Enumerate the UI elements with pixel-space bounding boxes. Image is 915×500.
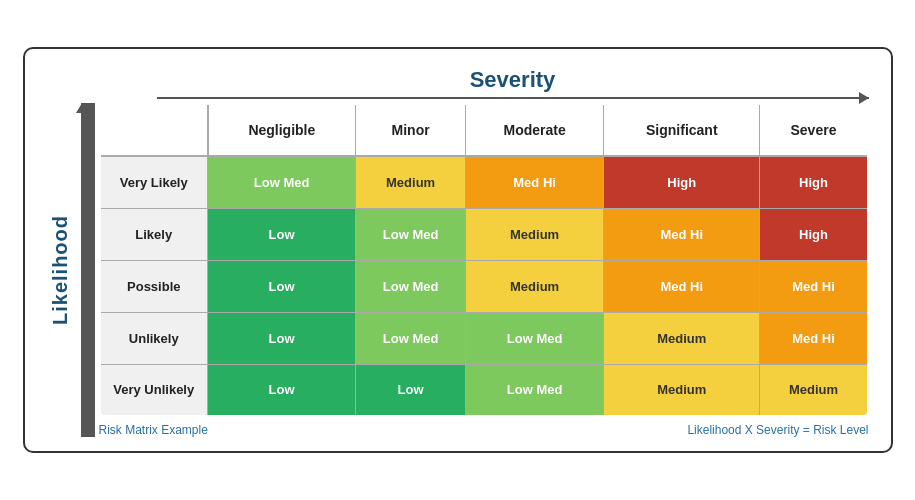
- corner-header: [100, 104, 208, 156]
- risk-cell-r0-c4: High: [760, 156, 868, 208]
- risk-cell-r4-c0: Low: [208, 364, 356, 416]
- risk-cell-r3-c2: Low Med: [466, 312, 604, 364]
- col-header-moderate: Moderate: [466, 104, 604, 156]
- table-header-row: Negligible Minor Moderate Significant Se…: [100, 104, 868, 156]
- risk-cell-r2-c0: Low: [208, 260, 356, 312]
- severity-arrow-row: [157, 97, 869, 99]
- likelihood-label-wrap: Likelihood: [47, 103, 75, 437]
- row-header-likely: Likely: [100, 208, 208, 260]
- table-row: UnlikelyLowLow MedLow MedMediumMed Hi: [100, 312, 868, 364]
- footer-left: Risk Matrix Example: [99, 423, 208, 437]
- table-row: Very UnlikelyLowLowLow MedMediumMedium: [100, 364, 868, 416]
- col-header-negligible: Negligible: [208, 104, 356, 156]
- col-header-minor: Minor: [356, 104, 466, 156]
- risk-cell-r0-c1: Medium: [356, 156, 466, 208]
- risk-cell-r2-c4: Med Hi: [760, 260, 868, 312]
- risk-cell-r3-c3: Medium: [604, 312, 760, 364]
- risk-cell-r4-c3: Medium: [604, 364, 760, 416]
- risk-cell-r1-c4: High: [760, 208, 868, 260]
- risk-cell-r3-c0: Low: [208, 312, 356, 364]
- risk-cell-r4-c2: Low Med: [466, 364, 604, 416]
- likelihood-arrow-icon: [81, 103, 95, 437]
- likelihood-title: Likelihood: [49, 215, 72, 325]
- risk-cell-r0-c0: Low Med: [208, 156, 356, 208]
- risk-cell-r1-c1: Low Med: [356, 208, 466, 260]
- risk-cell-r2-c1: Low Med: [356, 260, 466, 312]
- main-layout: Likelihood Negligible Minor Moderate Sig…: [47, 103, 869, 437]
- risk-cell-r3-c4: Med Hi: [760, 312, 868, 364]
- row-header-unlikely: Unlikely: [100, 312, 208, 364]
- risk-cell-r2-c2: Medium: [466, 260, 604, 312]
- table-row: LikelyLowLow MedMediumMed HiHigh: [100, 208, 868, 260]
- severity-title: Severity: [470, 67, 556, 92]
- footer-row: Risk Matrix Example Likelihood X Severit…: [99, 423, 869, 437]
- row-header-possible: Possible: [100, 260, 208, 312]
- table-row: PossibleLowLow MedMediumMed HiMed Hi: [100, 260, 868, 312]
- risk-cell-r4-c1: Low: [356, 364, 466, 416]
- severity-arrow-icon: [157, 97, 869, 99]
- risk-cell-r4-c4: Medium: [760, 364, 868, 416]
- table-row: Very LikelyLow MedMediumMed HiHighHigh: [100, 156, 868, 208]
- risk-cell-r1-c2: Medium: [466, 208, 604, 260]
- col-header-severe: Severe: [760, 104, 868, 156]
- risk-table-wrap: Negligible Minor Moderate Significant Se…: [99, 103, 869, 437]
- severity-header: Severity: [157, 67, 869, 93]
- risk-cell-r0-c2: Med Hi: [466, 156, 604, 208]
- risk-cell-r3-c1: Low Med: [356, 312, 466, 364]
- risk-cell-r0-c3: High: [604, 156, 760, 208]
- row-header-very-unlikely: Very Unlikely: [100, 364, 208, 416]
- footer-right: Likelihood X Severity = Risk Level: [687, 423, 868, 437]
- row-header-very-likely: Very Likely: [100, 156, 208, 208]
- likelihood-arrow-wrap: [81, 103, 95, 437]
- risk-cell-r1-c0: Low: [208, 208, 356, 260]
- risk-cell-r1-c3: Med Hi: [604, 208, 760, 260]
- col-header-significant: Significant: [604, 104, 760, 156]
- risk-table: Negligible Minor Moderate Significant Se…: [99, 103, 869, 417]
- outer-border: Severity Likelihood Negligible Minor Mod…: [23, 47, 893, 453]
- risk-cell-r2-c3: Med Hi: [604, 260, 760, 312]
